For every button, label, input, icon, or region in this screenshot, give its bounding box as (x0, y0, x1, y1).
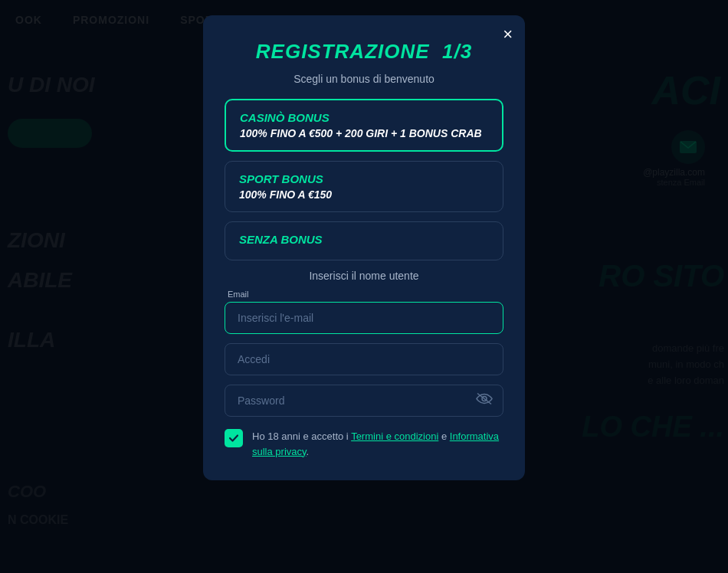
bonus-card-casino[interactable]: CASINÒ BONUS 100% FINO A €500 + 200 GIRI… (225, 99, 503, 152)
password-toggle-icon[interactable] (476, 393, 493, 409)
username-label: Inserisci il nome utente (225, 270, 503, 282)
bonus-casino-title: CASINÒ BONUS (240, 111, 488, 124)
terms-text-before: Ho 18 anni e accetto i (252, 431, 351, 442)
email-input[interactable] (225, 302, 503, 334)
terms-text-after: . (307, 446, 310, 457)
registration-modal: × REGISTRAZIONE 1/3 Scegli un bonus di b… (203, 15, 525, 480)
terms-text-middle: e (438, 431, 449, 442)
password-input[interactable] (225, 385, 503, 417)
terms-link[interactable]: Termini e condizioni (351, 431, 438, 442)
modal-title-step: 1/3 (442, 40, 472, 63)
svg-line-2 (477, 394, 491, 404)
email-label: Email (225, 290, 503, 299)
modal-title: REGISTRAZIONE 1/3 (225, 40, 503, 64)
modal-backdrop: × REGISTRAZIONE 1/3 Scegli un bonus di b… (0, 0, 728, 573)
bonus-casino-rest: BONUS (284, 111, 329, 124)
bonus-senza-rest: SENZA BONUS (239, 233, 323, 246)
bonus-casino-desc: 100% FINO A €500 + 200 GIRI + 1 BONUS CR… (240, 127, 488, 139)
close-button[interactable]: × (503, 26, 513, 43)
bonus-sport-title: SPORT BONUS (239, 172, 489, 185)
bonus-sport-desc: 100% FINO A €150 (239, 188, 489, 201)
modal-subtitle: Scegli un bonus di benvenuto (225, 73, 503, 85)
terms-checkbox-area: Ho 18 anni e accetto i Termini e condizi… (225, 429, 503, 459)
password-input-group (225, 385, 503, 417)
modal-title-static: REGISTRAZIONE (256, 40, 430, 63)
accedi-input-group (225, 343, 503, 375)
bonus-card-sport[interactable]: SPORT BONUS 100% FINO A €150 (225, 161, 503, 212)
bonus-casino-highlight: CASINÒ (240, 111, 284, 124)
accedi-input[interactable] (225, 343, 503, 375)
bonus-senza-title: SENZA BONUS (239, 233, 489, 246)
terms-checkbox[interactable] (225, 429, 243, 447)
bonus-card-senza[interactable]: SENZA BONUS (225, 221, 503, 260)
password-wrapper (225, 385, 503, 417)
bonus-sport-rest: BONUS (278, 172, 323, 185)
bonus-sport-highlight: SPORT (239, 172, 278, 185)
terms-text: Ho 18 anni e accetto i Termini e condizi… (252, 429, 503, 459)
email-input-group: Email (225, 290, 503, 334)
